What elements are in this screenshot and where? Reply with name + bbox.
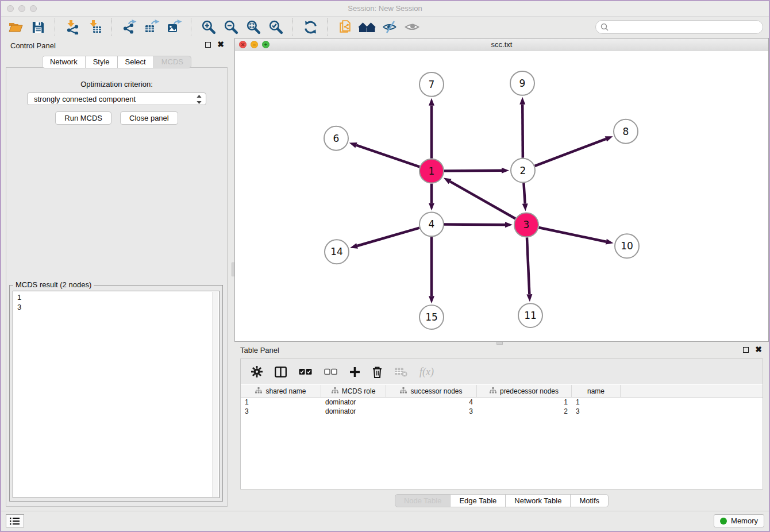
cell-name[interactable]: 1 [572, 398, 621, 407]
cell-successor-nodes[interactable]: 3 [386, 407, 477, 416]
home-icon[interactable] [359, 18, 376, 36]
memory-button[interactable]: Memory [714, 514, 764, 527]
zoom-in-icon[interactable] [200, 18, 217, 36]
control-tab-network[interactable]: Network [42, 56, 86, 68]
cell-shared-name[interactable]: 1 [241, 398, 321, 407]
edge-1-to-2[interactable] [444, 168, 509, 174]
graph-node-11[interactable]: 11 [518, 303, 542, 327]
table-tab-motifs[interactable]: Motifs [571, 494, 609, 507]
edge-1-to-7[interactable] [429, 98, 434, 159]
column-header-shared-name[interactable]: shared name [241, 385, 321, 397]
table-tab-node-table[interactable]: Node Table [395, 494, 451, 507]
close-panel-button[interactable]: Close panel [120, 111, 178, 125]
mcds-action-buttons: Run MCDS Close panel [6, 111, 227, 125]
control-tab-style[interactable]: Style [86, 56, 118, 68]
maximize-window-icon[interactable]: + [262, 41, 270, 48]
export-network-icon[interactable] [121, 18, 138, 36]
cell-shared-name[interactable]: 3 [241, 407, 321, 416]
cell-MCDS-role[interactable]: dominator [321, 407, 386, 416]
hide-view-icon[interactable] [381, 18, 398, 36]
run-mcds-button[interactable]: Run MCDS [55, 111, 111, 125]
graph-node-15[interactable]: 15 [419, 305, 444, 329]
cell-successor-nodes[interactable]: 4 [386, 398, 477, 407]
edge-2-to-9[interactable] [519, 97, 525, 158]
column-header-name[interactable]: name [572, 385, 621, 397]
zoom-out-icon[interactable] [222, 18, 240, 36]
cell-MCDS-role[interactable]: dominator [321, 398, 386, 407]
graph-node-8[interactable]: 8 [614, 119, 638, 144]
graph-node-14[interactable]: 14 [325, 240, 349, 264]
table-header-row: shared nameMCDS rolesuccessor nodesprede… [241, 385, 763, 398]
close-traffic-icon[interactable] [7, 5, 14, 12]
edge-4-to-14[interactable] [350, 228, 419, 249]
criterion-dropdown[interactable]: strongly connected component [27, 92, 206, 105]
table-tab-network-table[interactable]: Network Table [506, 494, 571, 507]
cell-predecessor-nodes[interactable]: 1 [477, 398, 572, 407]
cell-name[interactable]: 3 [572, 407, 621, 416]
edge-3-to-1[interactable] [444, 178, 515, 218]
edge-3-to-11[interactable] [526, 237, 532, 302]
close-window-icon[interactable]: ✕ [239, 41, 247, 48]
task-history-button[interactable] [6, 514, 24, 527]
graph-node-3[interactable]: 3 [514, 213, 538, 237]
show-view-icon[interactable] [403, 18, 421, 36]
zoom-fit-icon[interactable] [245, 18, 262, 36]
result-scrollbar[interactable] [212, 292, 218, 497]
list-icon [10, 517, 20, 525]
cell-predecessor-nodes[interactable]: 2 [477, 407, 572, 416]
edge-4-to-3[interactable] [444, 222, 513, 228]
export-image-icon[interactable] [165, 18, 183, 36]
control-tab-select[interactable]: Select [118, 56, 154, 68]
export-table-icon[interactable] [143, 18, 160, 36]
graph-node-9[interactable]: 9 [510, 71, 534, 95]
close-panel-icon[interactable]: ✖ [217, 41, 224, 48]
graph-node-6[interactable]: 6 [324, 126, 348, 151]
graph-node-10[interactable]: 10 [615, 234, 639, 258]
column-header-successor-nodes[interactable]: successor nodes [386, 385, 477, 397]
open-session-icon[interactable] [7, 18, 24, 36]
control-tab-mcds[interactable]: MCDS [154, 56, 191, 68]
edge-3-to-10[interactable] [539, 228, 614, 245]
save-session-icon[interactable] [29, 18, 47, 36]
edge-1-to-4[interactable] [429, 184, 434, 211]
zoom-selected-icon[interactable] [267, 18, 284, 36]
edge-4-to-15[interactable] [429, 237, 434, 303]
mcds-result-area[interactable]: 1 3 [13, 291, 220, 498]
add-row-icon[interactable] [349, 367, 360, 377]
delete-row-icon[interactable] [372, 366, 382, 378]
search-input[interactable] [595, 20, 763, 34]
graph-node-1[interactable]: 1 [419, 159, 444, 183]
import-network-icon[interactable] [64, 18, 81, 36]
settings-gear-icon[interactable] [251, 366, 263, 377]
table-panel-title: Table Panel [240, 346, 279, 354]
network-canvas[interactable]: 7968124314101511 [235, 51, 768, 341]
import-table-icon[interactable] [86, 18, 103, 36]
graph-node-2[interactable]: 2 [511, 159, 535, 183]
show-column-icon[interactable] [275, 367, 287, 377]
graph-node-7[interactable]: 7 [419, 72, 444, 97]
column-header-predecessor-nodes[interactable]: predecessor nodes [477, 385, 572, 397]
refresh-view-icon[interactable] [302, 18, 319, 36]
maximize-traffic-icon[interactable] [30, 5, 37, 12]
svg-text:2: 2 [520, 165, 526, 176]
sort-hierarchy-icon [490, 387, 496, 395]
graph-node-4[interactable]: 4 [419, 212, 444, 236]
select-all-checkboxes-icon[interactable] [299, 368, 312, 375]
table-panel-window-buttons: ✖ [743, 346, 762, 353]
edge-1-to-6[interactable] [349, 142, 419, 167]
minimize-window-icon[interactable]: − [251, 41, 258, 48]
delete-table-icon [394, 367, 407, 377]
close-panel-icon[interactable]: ✖ [755, 346, 762, 353]
table-tab-edge-table[interactable]: Edge Table [451, 494, 506, 507]
column-header-MCDS-role[interactable]: MCDS role [321, 385, 386, 397]
edge-2-to-3[interactable] [522, 183, 528, 211]
float-panel-icon[interactable] [743, 347, 749, 353]
float-panel-icon[interactable] [205, 42, 211, 48]
network-graph[interactable]: 7968124314101511 [235, 51, 768, 341]
open-network-file-icon[interactable] [336, 18, 353, 36]
svg-text:1: 1 [429, 165, 435, 177]
minimize-traffic-icon[interactable] [18, 5, 25, 12]
toolbar-separator [327, 18, 328, 36]
edge-2-to-8[interactable] [535, 136, 613, 166]
deselect-all-checkboxes-icon[interactable] [324, 368, 337, 375]
